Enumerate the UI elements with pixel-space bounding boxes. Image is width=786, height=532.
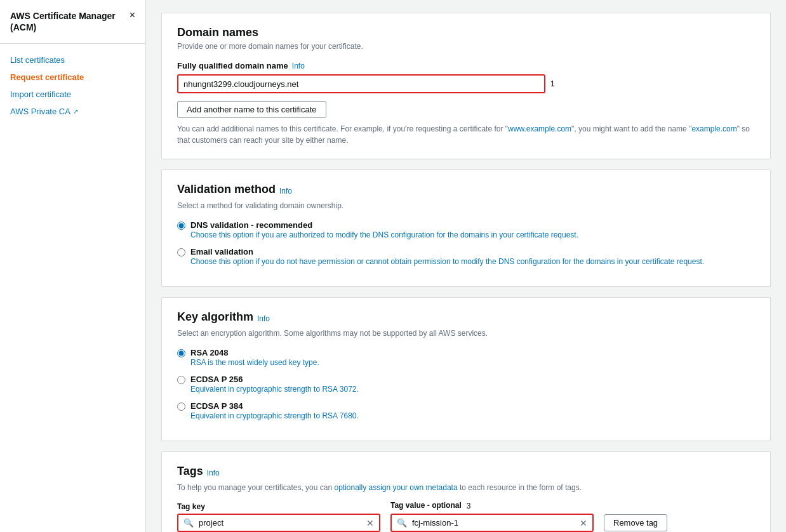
domain-names-subtitle: Provide one or more domain names for you… (177, 42, 755, 51)
dns-validation-option: DNS validation - recommended Choose this… (177, 220, 755, 239)
domain-names-section: Domain names Provide one or more domain … (161, 13, 771, 159)
ecdsa384-label[interactable]: ECDSA P 384 (190, 401, 243, 411)
tag-inputs-row: 🔍 ✕ 🔍 ✕ Remove tag (177, 514, 755, 532)
sidebar-item-request-certificate[interactable]: Request certificate (0, 69, 145, 86)
validation-title: Validation method (177, 183, 276, 196)
optionally-assign-link[interactable]: optionally assign your own metadata (334, 483, 457, 492)
sidebar-item-aws-private-ca[interactable]: AWS Private CA ↗ (0, 103, 145, 120)
badge-1: 1 (550, 79, 555, 88)
domain-hint-text: You can add additional names to this cer… (177, 123, 755, 146)
sidebar-title: AWS Certificate Manager (ACM) (10, 10, 130, 33)
rsa2048-option: RSA 2048 RSA is the most widely used key… (177, 348, 755, 367)
tags-title: Tags (177, 465, 203, 478)
domain-names-title: Domain names (177, 26, 755, 39)
tag-key-input-wrap: 🔍 ✕ (177, 514, 380, 532)
tag-value-input[interactable] (412, 515, 575, 531)
sidebar: AWS Certificate Manager (ACM) × List cer… (0, 0, 146, 532)
dns-validation-label[interactable]: DNS validation - recommended (190, 220, 312, 230)
ecdsa384-desc: Equivalent in cryptographic strength to … (190, 411, 359, 420)
key-algorithm-info-link[interactable]: Info (257, 314, 270, 323)
tag-value-input-wrap: 🔍 ✕ (390, 514, 594, 532)
key-algorithm-title: Key algorithm (177, 310, 253, 324)
dns-validation-desc: Choose this option if you are authorized… (190, 230, 578, 239)
tags-section: Tags Info To help you manage your certif… (161, 451, 771, 532)
ecdsa256-desc: Equivalent in cryptographic strength to … (190, 385, 359, 394)
main-content: Domain names Provide one or more domain … (146, 0, 786, 532)
tag-key-col-label: Tag key (177, 502, 205, 511)
sidebar-header: AWS Certificate Manager (ACM) × (0, 10, 145, 44)
external-link-icon: ↗ (73, 108, 78, 115)
ecdsa256-label[interactable]: ECDSA P 256 (190, 375, 243, 384)
domain-field-label-row: Fully qualified domain name Info (177, 61, 755, 70)
rsa2048-label[interactable]: RSA 2048 (190, 348, 229, 357)
tag-key-clear-button[interactable]: ✕ (361, 518, 379, 528)
key-algorithm-subtitle: Select an encryption algorithm. Some alg… (177, 329, 755, 338)
email-validation-option: Email validation Choose this option if y… (177, 247, 755, 266)
tags-subtitle: To help you manage your certificates, yo… (177, 483, 755, 492)
fqdn-label: Fully qualified domain name (177, 61, 288, 70)
add-another-name-button[interactable]: Add another name to this certificate (177, 101, 326, 118)
key-algorithm-section: Key algorithm Info Select an encryption … (161, 297, 771, 441)
ecdsa256-radio[interactable] (177, 376, 185, 384)
tag-key-input[interactable] (199, 515, 361, 531)
email-validation-desc: Choose this option if you do not have pe… (190, 257, 704, 266)
tag-key-search-icon: 🔍 (178, 518, 199, 528)
tag-value-col-label: Tag value - optional (390, 501, 462, 510)
ecdsa256-option: ECDSA P 256 Equivalent in cryptographic … (177, 375, 755, 394)
close-button[interactable]: × (130, 10, 135, 20)
dns-validation-radio[interactable] (177, 222, 185, 230)
domain-input[interactable] (177, 74, 545, 93)
sidebar-nav: List certificates Request certificate Im… (0, 44, 145, 128)
tags-info-link[interactable]: Info (207, 469, 220, 477)
remove-tag-button[interactable]: Remove tag (604, 514, 667, 531)
validation-info-link[interactable]: Info (279, 187, 292, 196)
validation-method-section: Validation method Info Select a method f… (161, 170, 771, 287)
tag-value-search-icon: 🔍 (392, 518, 412, 528)
rsa2048-radio[interactable] (177, 349, 185, 357)
cannot-obtain-link[interactable]: cannot obtain permission (366, 257, 450, 266)
email-validation-label[interactable]: Email validation (190, 247, 253, 256)
rsa2048-desc: RSA is the most widely used key type. (190, 358, 319, 367)
badge-3: 3 (467, 502, 471, 510)
example-www-link[interactable]: www.example.com (508, 124, 571, 133)
ecdsa384-radio[interactable] (177, 402, 185, 411)
email-validation-radio[interactable] (177, 248, 185, 256)
tag-value-clear-button[interactable]: ✕ (575, 518, 592, 528)
sidebar-item-list-certificates[interactable]: List certificates (0, 51, 145, 69)
ecdsa384-option: ECDSA P 384 Equivalent in cryptographic … (177, 401, 755, 420)
domain-input-row: 1 (177, 74, 755, 93)
example-link[interactable]: example.com (691, 124, 736, 133)
fqdn-info-link[interactable]: Info (292, 62, 305, 70)
validation-subtitle: Select a method for validating domain ow… (177, 201, 755, 210)
sidebar-item-import-certificate[interactable]: Import certificate (0, 86, 145, 103)
